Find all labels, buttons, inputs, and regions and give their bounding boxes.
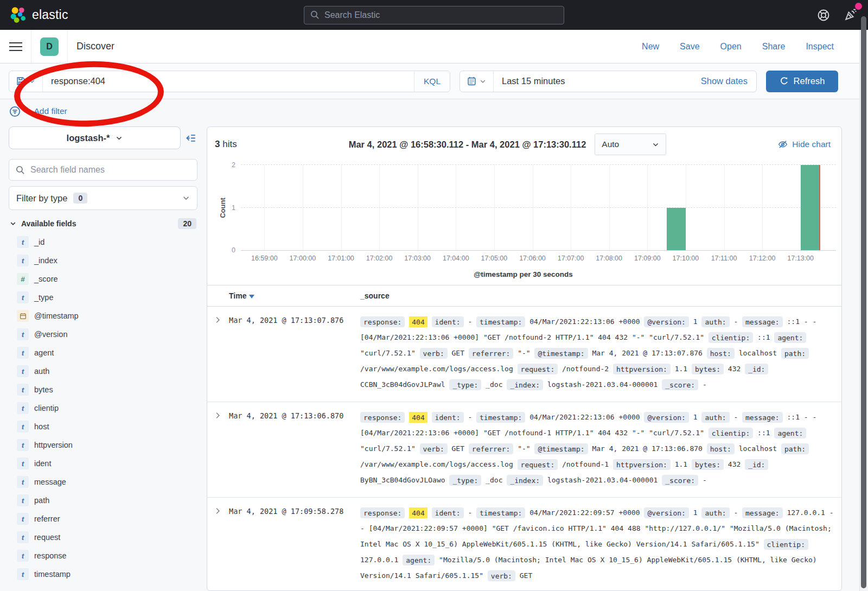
hits-label: hits [222,139,237,149]
hide-chart-button[interactable]: Hide chart [778,139,831,149]
filter-icon[interactable] [9,106,21,117]
text-field-icon: t [17,384,29,396]
field-item-request[interactable]: trequest [9,528,197,546]
field-item-timestamp[interactable]: ttimestamp [9,565,197,583]
elastic-logo-icon [10,7,27,23]
field-item-_score[interactable]: #_score [9,270,197,288]
action-inspect-button[interactable]: Inspect [806,42,834,52]
filter-bar: + Add filter [0,99,868,123]
source-field-badge: _type: [449,379,481,390]
field-item-agent[interactable]: tagent [9,344,197,362]
source-value: GET [520,571,532,580]
field-item-referrer[interactable]: treferrer [9,510,197,528]
source-value: /notfound-2 [562,365,609,373]
interval-select[interactable]: Auto [595,134,666,155]
source-value: localhost [739,444,777,453]
text-field-icon: t [17,328,29,340]
doc-source: response: 404 ident: - timestamp: 04/Mar… [360,505,841,583]
field-name: referrer [34,514,60,523]
save-query-icon [16,77,25,86]
query-input[interactable] [43,76,414,86]
histogram-bar[interactable] [801,165,820,250]
source-field-badge: httpversion: [613,459,671,470]
source-field-badge: httpversion: [613,364,671,374]
available-fields-header[interactable]: Available fields 20 [9,218,197,229]
action-save-button[interactable]: Save [680,42,699,52]
show-dates-button[interactable]: Show dates [701,76,756,86]
action-open-button[interactable]: Open [720,42,742,52]
field-item-auth[interactable]: tauth [9,362,197,380]
app-header: D Discover NewSaveOpenShareInspect [0,30,868,63]
vertical-gridline [303,165,303,250]
chevron-down-icon [29,78,35,85]
expand-row-button[interactable] [207,314,229,392]
field-item-@version[interactable]: t@version [9,325,197,344]
action-share-button[interactable]: Share [762,42,786,52]
chart-time-range: Mar 4, 2021 @ 16:58:30.112 - Mar 4, 2021… [349,139,586,150]
source-value: _doc [486,476,502,484]
field-item-@timestamp[interactable]: @timestamp [9,307,197,325]
source-field-badge: host: [707,348,735,359]
collapse-sidebar-icon[interactable] [186,133,197,143]
field-item-_id[interactable]: t_id [9,233,197,251]
vertical-gridline [494,165,495,250]
sort-descending-icon[interactable] [249,295,254,298]
time-range-value[interactable]: Last 15 minutes [494,76,565,86]
source-value: CCBN_3cB04dGovJLPawl [360,380,445,389]
add-filter-button[interactable]: + Add filter [27,106,67,116]
field-item-httpversion[interactable]: thttpversion [9,436,197,454]
saved-queries-button[interactable] [9,71,43,92]
field-item-_type[interactable]: t_type [9,288,197,307]
field-item-ident[interactable]: tident [9,454,197,473]
time-column-header[interactable]: Time [229,291,360,300]
field-item-_index[interactable]: t_index [9,251,197,270]
vertical-gridline [379,165,380,250]
action-new-button[interactable]: New [642,42,659,52]
global-search-input[interactable] [324,10,558,20]
source-field-badge: host: [707,443,735,454]
text-field-icon: t [17,513,29,525]
expand-row-button[interactable] [207,409,229,488]
vertical-gridline [571,165,571,250]
refresh-button[interactable]: Refresh [766,71,838,92]
filter-by-type-select[interactable]: Filter by type 0 [9,186,197,210]
results-panel: 3 hits Mar 4, 2021 @ 16:58:30.112 - Mar … [207,126,842,591]
field-search[interactable] [9,159,197,181]
search-icon [310,10,320,20]
source-value: logstash-2021.03.04-000001 [547,476,658,484]
calendar-menu-button[interactable] [460,71,494,92]
text-field-icon: t [17,255,29,266]
field-search-input[interactable] [30,165,190,175]
field-name: @timestamp [34,312,79,320]
field-item-host[interactable]: thost [9,417,197,436]
text-field-icon: t [17,494,29,506]
field-item-message[interactable]: tmessage [9,473,197,491]
elastic-brand[interactable]: elastic [10,7,68,23]
source-value: 1 [693,509,698,517]
field-item-bytes[interactable]: tbytes [9,380,197,399]
field-item-path[interactable]: tpath [9,491,197,510]
doc-table-header: Time _source [207,285,841,307]
global-search[interactable] [304,6,564,24]
menu-icon[interactable] [0,30,31,63]
help-icon[interactable] [817,9,830,22]
source-value: ::1 [757,429,770,437]
histogram-bar[interactable] [667,208,686,251]
source-value: "-" [518,444,530,453]
source-field-badge: _index: [507,475,543,486]
highlighted-value: 404 [409,507,427,518]
histogram-chart: Count 012 16:59:0017:00:0017:01:0017:02:… [207,160,841,285]
source-value: ByBN_3cB04dGovJLOawo [360,476,445,484]
source-value: - [468,413,472,421]
expand-row-button[interactable] [207,505,229,583]
kql-button[interactable]: KQL [414,71,450,92]
document-row: Mar 4, 2021 @ 17:09:58.278response: 404 … [207,498,841,590]
global-header: elastic [0,0,868,30]
field-item-clientip[interactable]: tclientip [9,399,197,417]
scrollbar-thumb[interactable] [861,16,866,588]
source-value: 1 [693,317,698,326]
x-tick-label: 17:01:00 [328,255,354,262]
index-pattern-select[interactable]: logstash-* [9,126,181,149]
type-filter-count-badge: 0 [73,193,87,204]
field-item-response[interactable]: tresponse [9,546,197,565]
